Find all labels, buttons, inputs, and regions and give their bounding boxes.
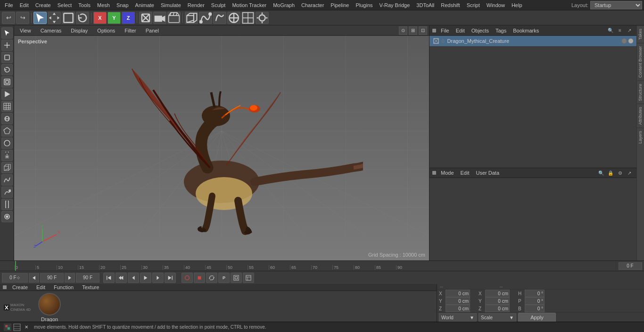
left-object-btn[interactable] (1, 162, 13, 173)
menu-create[interactable]: Create (33, 1, 54, 9)
left-capsule-btn[interactable] (1, 199, 13, 210)
material-item[interactable]: Dragon (38, 293, 61, 322)
left-poly-btn[interactable] (1, 125, 13, 137)
viewport-canvas[interactable]: .gridl{stroke:rgba(150,150,150,0.3);stro… (14, 36, 429, 260)
menu-edit[interactable]: Edit (17, 1, 32, 9)
loop-btn[interactable] (206, 273, 217, 283)
viewport-tab-options[interactable]: Options (93, 27, 119, 34)
menu-snap[interactable]: Snap (114, 1, 132, 9)
axis-y-button[interactable]: Y (107, 12, 121, 24)
deform-button[interactable] (213, 12, 226, 24)
end-frame-input-1[interactable] (40, 273, 64, 283)
obj-menu-tags[interactable]: Tags (494, 27, 508, 34)
keyframe-record-btn[interactable] (182, 273, 193, 283)
vp-toggle-btn[interactable]: ⊞ (409, 26, 417, 35)
preview-btn[interactable]: P (218, 273, 230, 283)
world-dropdown[interactable]: World ▼ (439, 313, 477, 322)
left-move-btn[interactable] (1, 40, 13, 51)
light-button[interactable] (256, 12, 269, 24)
timeline-position-marker[interactable] (15, 261, 16, 271)
menu-simulate[interactable]: Simulate (158, 1, 184, 9)
coord-z-pos-input[interactable] (446, 305, 470, 312)
viewport-tab-display[interactable]: Display (67, 27, 91, 34)
attr-expand-btn[interactable]: ↗ (625, 169, 634, 177)
coord-p-input[interactable] (525, 297, 545, 305)
cube-button[interactable] (185, 12, 198, 24)
menu-character[interactable]: Character (298, 1, 327, 9)
obj-dot-1[interactable] (621, 38, 627, 44)
status-cinema-icon[interactable] (4, 324, 11, 331)
left-render-btn[interactable] (1, 89, 13, 100)
left-snap-btn[interactable] (1, 211, 13, 222)
obj-expand-btn[interactable]: ↗ (625, 26, 634, 35)
left-scale-btn[interactable] (1, 52, 13, 63)
obj-menu-edit[interactable]: Edit (454, 27, 467, 34)
goto-start-btn[interactable] (103, 273, 115, 283)
axis-x-button[interactable]: X (93, 12, 107, 24)
redo-button[interactable]: ↪ (16, 12, 29, 24)
viewport-tab-filter[interactable]: Filter (121, 27, 140, 34)
vtab-attributes[interactable]: Attributes (637, 104, 644, 128)
vtab-layers[interactable]: Layers (637, 128, 644, 146)
mat-function-tab[interactable]: Function (51, 284, 76, 291)
mat-edit-tab[interactable]: Edit (33, 284, 48, 291)
left-char-btn[interactable] (1, 150, 13, 161)
mat-create-tab[interactable]: Create (9, 284, 31, 291)
coord-x-size-input[interactable] (485, 290, 510, 297)
left-model-btn[interactable] (1, 113, 13, 124)
attr-menu-user-data[interactable]: User Data (474, 170, 502, 176)
vtab-takes[interactable]: Takes (637, 25, 644, 43)
menu-motion-tracker[interactable]: Motion Tracker (229, 1, 269, 9)
coord-x-pos-input[interactable] (446, 290, 470, 297)
status-panel-icon[interactable] (13, 324, 21, 331)
menu-plugins[interactable]: Plugins (353, 1, 375, 9)
menu-vray[interactable]: V-Ray Bridge (377, 1, 413, 9)
menu-redshift[interactable]: Redshift (438, 1, 462, 9)
mat-texture-tab[interactable]: Texture (79, 284, 102, 291)
layout-select[interactable]: Startup (590, 1, 642, 9)
menu-help[interactable]: Help (509, 1, 525, 9)
field-button[interactable] (227, 12, 240, 24)
next-frame-btn[interactable] (65, 273, 75, 283)
viewport-tab-cameras[interactable]: Cameras (37, 27, 66, 34)
menu-animate[interactable]: Animate (132, 1, 157, 9)
camera-button[interactable] (153, 12, 166, 24)
obj-menu-bookmarks[interactable]: Bookmarks (511, 27, 541, 34)
obj-search-btn[interactable]: 🔍 (606, 26, 615, 35)
viewport-tab-view[interactable]: View (16, 27, 35, 34)
attr-search-btn[interactable]: 🔍 (597, 169, 605, 177)
coord-y-size-input[interactable] (485, 297, 510, 305)
vtab-structure[interactable]: Structure (637, 81, 644, 104)
attr-menu-mode[interactable]: Mode (439, 170, 456, 176)
menu-3dtoall[interactable]: 3DToAll (413, 1, 437, 9)
obj-menu-file[interactable]: File (439, 27, 451, 34)
step-back-btn[interactable] (116, 273, 127, 283)
grid-overlay-btn[interactable] (231, 273, 242, 283)
end-frame-input-2[interactable] (76, 273, 99, 283)
move-tool-button[interactable] (48, 12, 61, 24)
next-keyframe-btn[interactable] (152, 273, 164, 283)
menu-mesh[interactable]: Mesh (94, 1, 113, 9)
coord-y-pos-input[interactable] (446, 297, 470, 305)
menu-script[interactable]: Script (464, 1, 483, 9)
playback-frame-display[interactable]: 0 F (2, 273, 28, 283)
menu-render[interactable]: Render (185, 1, 207, 9)
undo-button[interactable]: ↩ (2, 12, 15, 24)
coord-z-size-input[interactable] (485, 305, 510, 312)
vp-settings-btn[interactable]: ⊡ (419, 26, 427, 35)
obj-dot-2[interactable] (628, 38, 634, 44)
left-spline-btn[interactable] (1, 174, 13, 186)
coord-h-input[interactable] (525, 290, 545, 297)
object-row-dragon[interactable]: 0 Dragon_Mythical_Creature (429, 36, 636, 46)
rotate-tool-button[interactable] (76, 12, 89, 24)
obj-filter-btn[interactable]: ≡ (616, 26, 624, 35)
record-stop-btn[interactable] (194, 273, 205, 283)
subdivide-button[interactable] (241, 12, 255, 24)
scale-dropdown[interactable]: Scale ▼ (479, 313, 516, 322)
obj-menu-objects[interactable]: Objects (470, 27, 491, 34)
scale-tool-button[interactable] (62, 12, 75, 24)
menu-select[interactable]: Select (55, 1, 75, 9)
coord-b-input[interactable] (525, 305, 545, 312)
status-close-icon[interactable]: ✕ (23, 324, 30, 331)
vtab-content-browser[interactable]: Content Browser (637, 43, 644, 81)
